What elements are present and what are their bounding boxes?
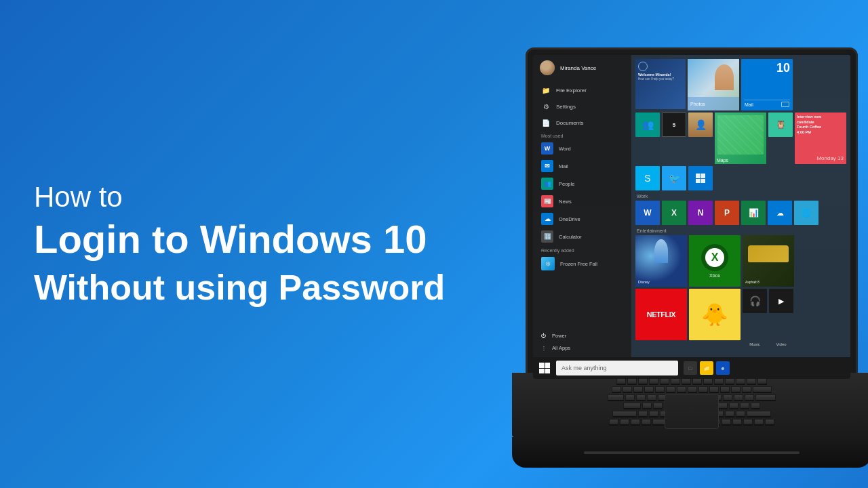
key-left xyxy=(743,419,753,426)
ppt-tile[interactable]: P xyxy=(715,201,739,225)
maps-tile[interactable]: Maps xyxy=(715,113,766,164)
key-f10 xyxy=(725,378,734,385)
calendar-tile[interactable]: Interview newcandidateFourth Coffee4:00 … xyxy=(795,113,846,164)
tiles-row-small: 👥 5 👤 xyxy=(635,113,846,164)
key-lbracket xyxy=(734,394,743,401)
file-explorer-item[interactable]: 📁 File Explorer xyxy=(533,82,631,98)
disney-tile[interactable]: Disney xyxy=(635,235,687,287)
key-equals xyxy=(742,386,751,393)
key-f11 xyxy=(736,378,745,385)
music-icon: 🎧 xyxy=(749,296,761,306)
people-label: People xyxy=(559,181,574,187)
tiles-row-ent2: NETFLIX 🐥 🎧 xyxy=(635,289,846,340)
people-item[interactable]: 👥 People xyxy=(533,175,631,192)
key-f2 xyxy=(638,378,648,385)
key-esc xyxy=(616,378,626,385)
key-x xyxy=(649,411,658,418)
laptop: Miranda Vance 📁 File Explorer ⚙ xyxy=(502,27,868,488)
news-label: News xyxy=(559,199,572,205)
key-rshift xyxy=(747,411,771,418)
key-down xyxy=(754,419,764,426)
onedrive2-tile[interactable]: ☁ xyxy=(768,201,792,225)
documents-item[interactable]: 📄 Documents xyxy=(533,115,631,131)
key-altgr xyxy=(722,419,731,426)
entertainment-section-label: Entertainment xyxy=(635,227,846,235)
key-f12 xyxy=(747,378,756,385)
asphalt-label: Asphalt 8 xyxy=(745,280,760,284)
edge-taskbar-icon[interactable]: e xyxy=(716,361,730,375)
mail-icon: ✉ xyxy=(541,160,553,172)
key-f1 xyxy=(627,378,637,385)
start-menu: Miranda Vance 📁 File Explorer ⚙ xyxy=(533,55,850,357)
twitter-icon: 🐦 xyxy=(669,173,680,184)
key-ctrl xyxy=(609,419,618,426)
photos-tile[interactable]: Photos xyxy=(688,59,739,110)
key-2 xyxy=(633,386,643,393)
key-9 xyxy=(709,386,719,393)
left-content: How to Login to Windows 10 Without using… xyxy=(34,180,445,308)
music-tile[interactable]: 🎧 xyxy=(743,289,767,313)
power-icon: ⏻ xyxy=(541,333,547,339)
file-explorer-taskbar-icon[interactable]: 📁 xyxy=(700,361,713,375)
news-item[interactable]: 📰 News xyxy=(533,192,631,210)
news-icon: 📰 xyxy=(541,195,553,207)
mail-tile-label: Mail xyxy=(745,102,753,107)
excel-tile[interactable]: X xyxy=(662,201,686,225)
settings-item[interactable]: ⚙ Settings xyxy=(533,98,631,115)
disney-label: Disney xyxy=(638,280,650,284)
person-tile[interactable]: 👤 xyxy=(688,113,713,137)
photos-label: Photos xyxy=(690,102,705,106)
netflix-tile[interactable]: NETFLIX xyxy=(635,289,687,340)
task-view-icon[interactable]: □ xyxy=(684,361,697,375)
word-tile[interactable]: W xyxy=(635,201,660,225)
main-title: Login to Windows 10 xyxy=(34,217,445,262)
taskbar-search[interactable]: Ask me anything xyxy=(556,361,678,375)
skype-tile[interactable]: S xyxy=(635,166,660,190)
touchpad[interactable] xyxy=(665,394,719,429)
key-1 xyxy=(623,386,632,393)
calculator-item[interactable]: 🔢 Calculator xyxy=(533,228,631,245)
person-tile-icon: 👤 xyxy=(688,113,713,137)
maps-label: Maps xyxy=(717,158,728,163)
chick-icon: 🐥 xyxy=(701,302,728,327)
asphalt-tile[interactable]: Asphalt 8 xyxy=(743,235,794,287)
xbox-tile[interactable]: X Xbox xyxy=(689,235,741,287)
onedrive-item[interactable]: ☁ OneDrive xyxy=(533,210,631,228)
mail-tile[interactable]: 10 Mail xyxy=(741,59,793,110)
start-tiles: Welcome Miranda! How can I help you toda… xyxy=(631,55,850,357)
laptop-body: Miranda Vance 📁 File Explorer ⚙ xyxy=(512,47,868,468)
start-button[interactable] xyxy=(535,359,554,378)
key-w xyxy=(636,394,646,401)
key-slash xyxy=(736,411,745,418)
key-del xyxy=(757,378,767,385)
avatar-image xyxy=(540,60,555,75)
mail-item[interactable]: ✉ Mail xyxy=(533,157,631,175)
frozen-item[interactable]: ❄ Frozen Free Fall xyxy=(533,254,631,273)
twitter-tile[interactable]: 🐦 xyxy=(662,166,686,190)
laptop-base xyxy=(512,373,868,468)
search-placeholder: Ask me anything xyxy=(561,365,607,371)
video-tile[interactable]: ▶ xyxy=(769,289,793,313)
key-backspace xyxy=(753,386,772,393)
key-q xyxy=(625,394,635,401)
calculator-icon: 🔢 xyxy=(541,230,553,243)
all-apps-item[interactable]: ⋮ All Apps xyxy=(541,343,623,353)
tripadvisor-tile[interactable]: 🦉 xyxy=(768,113,793,137)
user-name: Miranda Vance xyxy=(560,65,596,71)
cloud-tile[interactable]: 🌐 xyxy=(794,201,818,225)
people-tile[interactable]: 👥 xyxy=(635,113,660,137)
onenote-tile[interactable]: N xyxy=(688,201,713,225)
cortana-welcome-text: Welcome Miranda! xyxy=(638,73,671,77)
apps-tile[interactable] xyxy=(688,166,713,190)
key-quote xyxy=(751,403,760,409)
excel2-tile[interactable]: 📊 xyxy=(741,201,766,225)
cortana-tile[interactable]: Welcome Miranda! How can I help you toda… xyxy=(635,59,686,109)
chick-tile[interactable]: 🐥 xyxy=(689,289,741,340)
recently-added-label: Recently added xyxy=(533,245,631,254)
badge-tile[interactable]: 5 xyxy=(662,113,686,137)
word-item[interactable]: W Word xyxy=(533,140,631,157)
power-item[interactable]: ⏻ Power xyxy=(541,331,623,341)
start-menu-left: Miranda Vance 📁 File Explorer ⚙ xyxy=(533,55,631,357)
key-8 xyxy=(698,386,708,393)
settings-icon: ⚙ xyxy=(541,102,551,111)
